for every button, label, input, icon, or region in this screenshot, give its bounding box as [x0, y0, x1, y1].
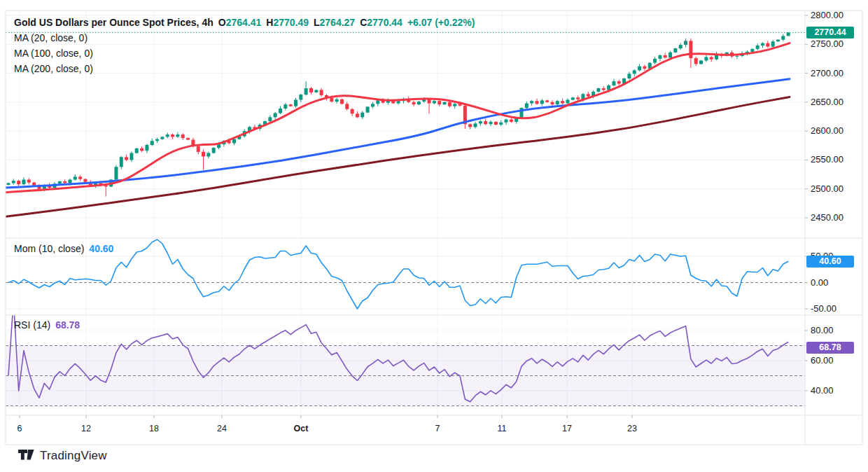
ma-line: [6, 97, 790, 216]
symbol-title[interactable]: Gold US Dollars per Ounce Spot Prices, 4…: [14, 17, 214, 28]
ma20-legend[interactable]: MA (20, close, 0): [14, 32, 88, 43]
ohlc-high: H2770.49: [266, 17, 309, 28]
ma-overlays: [6, 43, 790, 217]
low-value: 2764.27: [320, 17, 356, 28]
ma200-legend[interactable]: MA (200, close, 0): [14, 63, 93, 74]
momentum-badge: 40.60: [806, 256, 854, 268]
high-label: H: [266, 17, 273, 28]
change-value: +6.07 (+0.22%): [407, 17, 475, 28]
ohlc-close: C2770.44: [360, 17, 402, 28]
ma100-legend[interactable]: MA (100, close, 0): [14, 48, 93, 59]
open-value: 2764.41: [226, 17, 262, 28]
close-label: C: [360, 17, 367, 28]
open-label: O: [218, 17, 226, 28]
rsi-legend-value: 68.78: [55, 319, 80, 331]
ohlc-low: L2764.27: [314, 17, 355, 28]
main-series-legend[interactable]: Gold US Dollars per Ounce Spot Prices, 4…: [14, 17, 475, 28]
tradingview-logo-icon: [18, 450, 34, 462]
time-axis[interactable]: [6, 415, 805, 445]
price-badge: 2770.44: [806, 27, 854, 39]
momentum-legend[interactable]: Mom (10, close) 40.60: [14, 243, 113, 254]
price-axis[interactable]: [805, 11, 862, 445]
momentum-legend-value: 40.60: [89, 243, 113, 254]
tradingview-logo-text: TradingView: [40, 449, 107, 463]
momentum-line: [8, 240, 788, 309]
momentum-legend-title: Mom (10, close): [14, 243, 84, 254]
rsi-legend[interactable]: RSI (14) 68.78: [14, 319, 80, 331]
tradingview-logo[interactable]: TradingView: [18, 449, 107, 463]
ma-line: [6, 43, 790, 193]
rsi-badge: 68.78: [806, 342, 854, 354]
high-value: 2770.49: [273, 17, 309, 28]
tradingview-chart-widget: Gold US Dollars per Ounce Spot Prices, 4…: [0, 0, 868, 472]
low-label: L: [314, 17, 320, 28]
chart-canvas[interactable]: [0, 0, 868, 472]
ma-line: [6, 79, 790, 188]
rsi-legend-title: RSI (14): [14, 319, 50, 331]
ohlc-open: O2764.41: [218, 17, 262, 28]
close-value: 2770.44: [367, 17, 402, 28]
